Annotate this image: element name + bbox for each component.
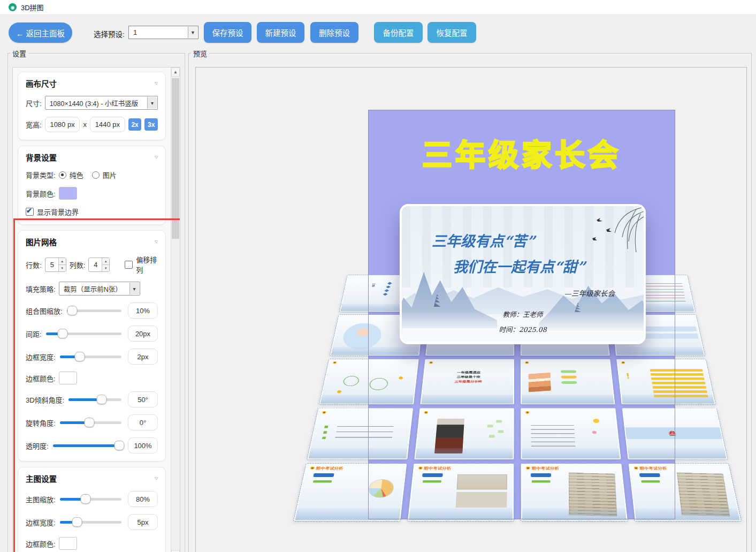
scale-2x-button[interactable]: 2x — [128, 118, 142, 131]
card-title-line2: 我们在一起有点“甜” — [453, 255, 585, 276]
card-title-line1: 三年级有点“苦” — [432, 230, 535, 251]
bg-color-label: 背景颜色: — [26, 188, 56, 199]
new-preset-button[interactable]: 新建预设 — [257, 22, 304, 43]
app-logo-icon — [9, 3, 17, 11]
background-title: 背景设置 — [26, 152, 57, 163]
size-label: 尺寸: — [26, 98, 42, 108]
back-to-main-button[interactable]: ← 返回主面板 — [9, 22, 72, 43]
slide-thumb — [521, 359, 615, 405]
main-scale-label: 主图缩放: — [26, 494, 56, 504]
tilt-angle-value: 50° — [128, 391, 158, 407]
app-title: 3D拼图 — [21, 2, 44, 12]
sunflower-icon — [526, 467, 530, 470]
card-date: 时间：2025.08 — [402, 324, 644, 334]
offset-layout-checkbox[interactable] — [125, 261, 133, 269]
x-separator: x — [83, 120, 87, 128]
collapse-icon[interactable]: ▿ — [155, 238, 158, 245]
grid-gap-slider[interactable] — [46, 332, 121, 335]
collapse-icon[interactable]: ▿ — [155, 80, 158, 87]
slide-thumb — [622, 409, 727, 459]
grid-tilt-slider[interactable] — [68, 398, 121, 401]
bg-type-label: 背景类型: — [26, 170, 56, 180]
main-border-width-slider[interactable] — [60, 521, 121, 524]
bg-color-swatch[interactable] — [59, 187, 77, 200]
toolbar: ← 返回主面板 选择预设: 1 ▼ 保存预设 新建预设 删除预设 备份配置 恢复… — [0, 15, 756, 48]
grid-rotation-value: 0° — [128, 414, 158, 430]
canvas-width-input[interactable]: 1080 px — [45, 117, 80, 132]
canvas-size-section: 画布尺寸▿ 尺寸: 1080×1440 (3:4) - 小红书竖版 宽高: 10… — [18, 72, 166, 140]
preview-legend: 预览 — [191, 48, 209, 58]
bg-type-solid-label: 纯色 — [70, 170, 83, 180]
scrollbar-thumb[interactable] — [172, 78, 179, 239]
main-scale-value: 80% — [128, 491, 158, 507]
delete-preset-button[interactable]: 删除预设 — [310, 22, 358, 43]
offset-layout-label: 偏移排列 — [136, 254, 158, 275]
sunflower-icon — [418, 467, 422, 470]
show-bg-border-checkbox[interactable] — [26, 208, 34, 216]
tilt-angle-label: 3D倾斜角度: — [26, 395, 64, 405]
slide-thumb — [414, 409, 514, 459]
grid-border-color-label: 边框颜色: — [26, 373, 56, 383]
show-bg-border-label: 显示背景边界 — [37, 207, 79, 217]
sunflower-icon — [322, 411, 326, 414]
background-section: 背景设置▿ 背景类型: 纯色 图片 背景颜色: 显示背景边界 — [18, 146, 166, 225]
sunflower-icon — [633, 467, 638, 470]
scale-3x-button[interactable]: 3x — [144, 118, 158, 131]
slide-thumb: 期中考试分析 — [408, 464, 514, 521]
grid-rotation-label: 旋转角度: — [26, 418, 56, 428]
scroll-up-icon[interactable]: ▲ — [171, 67, 180, 77]
main-image-section: 主图设置▿ 主图缩放: 80% 边框宽度: 5px 边框颜色: 启 — [18, 467, 166, 552]
main-border-width-value: 5px — [128, 514, 158, 530]
settings-panel: 设置 画布尺寸▿ 尺寸: 1080×1440 (3:4) - 小红书竖版 宽高:… — [7, 48, 185, 552]
chevron-down-icon[interactable]: ▼ — [188, 27, 197, 38]
slide-thumb — [616, 359, 716, 405]
slide-thumb — [521, 409, 621, 459]
combined-scale-label: 组合图缩放: — [26, 306, 63, 316]
sunflower-icon — [525, 361, 529, 364]
fill-strategy-select[interactable]: 裁剪（显示前N张） — [59, 282, 140, 296]
canvas-size-select[interactable]: 1080×1440 (3:4) - 小红书竖版 — [45, 96, 158, 110]
cols-stepper[interactable]: 4▲▼ — [88, 258, 110, 272]
backup-config-button[interactable]: 备份配置 — [374, 22, 423, 43]
fill-strategy-label: 填充策略: — [26, 284, 56, 294]
bg-type-solid-radio[interactable] — [59, 171, 66, 179]
save-preset-button[interactable]: 保存预设 — [204, 22, 251, 43]
gap-label: 间距: — [26, 329, 42, 339]
scroll-down-icon[interactable]: ▼ — [171, 550, 180, 552]
slide-thumb: 期中考试分析 — [294, 464, 407, 521]
collapse-icon[interactable]: ▿ — [155, 154, 158, 161]
image-grid-section: 图片网格▿ 行数: 5▲▼ 列数: 4▲▼ 偏移排列 填充策略: 裁剪（显示前N… — [18, 230, 166, 462]
canvas-height-input[interactable]: 1440 px — [90, 117, 125, 132]
canvas-title-text: 三年级家长会 — [368, 131, 675, 174]
slide-thumb — [307, 409, 413, 459]
main-scale-slider[interactable] — [60, 498, 121, 501]
main-border-color-swatch[interactable] — [59, 537, 77, 550]
rows-stepper[interactable]: 5▲▼ — [45, 258, 66, 272]
combined-scale-value: 10% — [128, 303, 158, 319]
main-border-width-label: 边框宽度: — [26, 517, 56, 527]
willow-branch-icon — [573, 206, 644, 258]
title-bar: 3D拼图 — [0, 0, 756, 15]
grid-border-width-slider[interactable] — [60, 356, 121, 358]
sunflower-icon — [429, 361, 433, 364]
sunflower-icon — [525, 411, 529, 414]
pagoda-icon — [433, 294, 441, 307]
preset-select[interactable]: 1 ▼ — [128, 26, 198, 39]
grid-opacity-slider[interactable] — [53, 444, 121, 447]
main-slide-card[interactable]: 三年级有点“苦” 我们在一起有点“甜” —三年级家长会 教师：王老师 时间：20… — [400, 204, 646, 344]
grid-rotation-slider[interactable] — [60, 421, 121, 424]
sunflower-icon — [310, 467, 315, 470]
preview-area[interactable]: 一年级是适应二年级是个坎三年级是分水岭期中考试分析期中考试分析期中考试分析期中考… — [195, 67, 747, 552]
collapse-icon[interactable]: ▿ — [155, 475, 158, 482]
preset-selected-value: 1 — [133, 28, 137, 36]
grid-border-color-swatch[interactable] — [59, 372, 77, 384]
bg-type-image-radio[interactable] — [92, 171, 100, 179]
settings-scrollbar[interactable]: ▲ ▼ — [171, 67, 180, 552]
opacity-value: 100% — [128, 437, 158, 453]
restore-config-button[interactable]: 恢复配置 — [427, 22, 476, 43]
wh-label: 宽高: — [26, 119, 42, 130]
card-teacher: 教师：王老师 — [402, 309, 644, 319]
preview-panel: 预览 一年级是适应二年级是个坎三年级是分水岭期中考试分析期中考试分析期中考试分析… — [188, 48, 752, 552]
bg-type-image-label: 图片 — [103, 170, 117, 180]
grid-combined-scale-slider[interactable] — [67, 309, 121, 312]
